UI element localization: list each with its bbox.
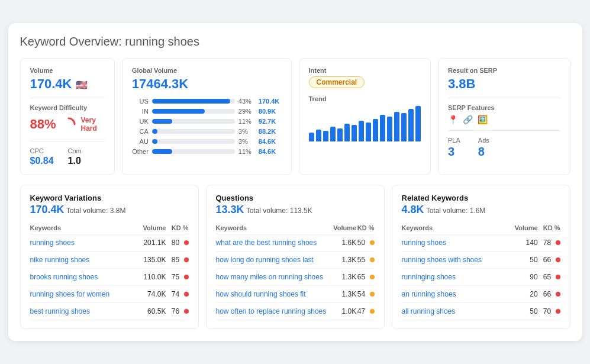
keyword-link[interactable]: runninging shoes xyxy=(402,273,456,281)
table-row: running shoes 140 78 xyxy=(402,234,560,252)
keyword-cell[interactable]: how long do running shoes last xyxy=(216,252,333,269)
kd-cell: 66 xyxy=(538,286,560,303)
kd-dot xyxy=(184,257,189,262)
keyword-highlight: running shoes xyxy=(125,35,199,48)
trend-bar xyxy=(387,117,392,141)
keyword-cell[interactable]: brooks running shoes xyxy=(30,269,136,286)
pla-ads-row: PLA 3 Ads 8 xyxy=(448,137,560,159)
volume-cell: 1.3K xyxy=(332,286,356,303)
bar-fill xyxy=(152,129,157,134)
keyword-link[interactable]: an running shoes xyxy=(402,290,456,298)
kd-dot xyxy=(184,240,189,245)
keyword-link[interactable]: best running shoes xyxy=(30,307,90,315)
kd-cell: 54 xyxy=(356,286,374,303)
bar-country: Other xyxy=(132,148,149,155)
kd-dot xyxy=(184,292,189,297)
keyword-link[interactable]: how many miles on running shoes xyxy=(216,273,323,281)
table-row: best running shoes 60.5K 76 xyxy=(30,303,189,320)
trend-bar xyxy=(394,112,399,141)
trend-bar xyxy=(366,123,371,141)
trend-bar xyxy=(415,106,421,141)
keyword-cell[interactable]: an running shoes xyxy=(402,286,508,303)
q-col-volume: Volume xyxy=(332,222,356,234)
keyword-link[interactable]: how should running shoes fit xyxy=(216,290,306,298)
bar-pct: 29% xyxy=(238,108,255,115)
trend-bar xyxy=(359,121,364,141)
trend-bar xyxy=(309,133,314,141)
keyword-cell[interactable]: best running shoes xyxy=(30,303,136,320)
bar-count: 92.7K xyxy=(259,118,276,125)
keyword-cell[interactable]: running shoes for women xyxy=(30,286,136,303)
keyword-link[interactable]: what are the best running shoes xyxy=(216,239,317,247)
bar-count: 170.4K xyxy=(259,98,279,105)
bar-count: 80.9K xyxy=(259,108,276,115)
volume-cell: 1.3K xyxy=(332,252,356,269)
keyword-link[interactable]: running shoes with shoes xyxy=(402,256,482,264)
keyword-link[interactable]: running shoes xyxy=(402,239,446,247)
kv-title: Keyword Variations xyxy=(30,194,189,202)
volume-cell: 140 xyxy=(507,234,537,252)
keyword-cell[interactable]: running shoes xyxy=(30,234,136,252)
keyword-link[interactable]: how often to replace running shoes xyxy=(216,307,327,315)
related-keywords-card: Related Keywords 4.8K Total volume: 1.6M… xyxy=(392,185,570,329)
rk-title: Related Keywords xyxy=(402,194,560,202)
bar-fill xyxy=(152,149,172,154)
bar-country: CA xyxy=(132,128,149,135)
keyword-cell[interactable]: nike running shoes xyxy=(30,252,136,269)
rk-total: Total volume: 1.6M xyxy=(426,207,486,215)
kd-cell: 66 xyxy=(538,252,560,269)
questions-card: Questions 13.3K Total volume: 113.5K Key… xyxy=(206,185,385,329)
trend-bar xyxy=(323,131,328,141)
keyword-cell[interactable]: running shoes with shoes xyxy=(402,252,508,269)
kd-dot xyxy=(370,309,375,314)
volume-cell: 50 xyxy=(507,303,537,320)
pla-block: PLA 3 xyxy=(448,137,460,159)
q-total: Total volume: 113.5K xyxy=(246,207,312,215)
volume-cell: 90 xyxy=(507,269,537,286)
volume-cell: 60.5K xyxy=(136,303,166,320)
kd-dot xyxy=(556,309,560,314)
kd-cell: 80 xyxy=(166,234,188,252)
serp-value: 3.8B xyxy=(448,76,560,92)
image-icon: 🖼️ xyxy=(478,115,488,124)
kd-cell: 78 xyxy=(538,234,560,252)
kd-cell: 75 xyxy=(166,269,188,286)
kd-cell: 65 xyxy=(538,269,560,286)
trend-bar xyxy=(352,125,357,141)
kd-cell: 65 xyxy=(356,269,374,286)
intent-label: Intent xyxy=(309,67,421,74)
trend-bar xyxy=(330,127,336,141)
link-icon: 🔗 xyxy=(463,115,473,124)
kd-cell: 50 xyxy=(356,234,374,252)
keyword-cell[interactable]: how many miles on running shoes xyxy=(216,269,333,286)
trend-label: Trend xyxy=(309,95,421,102)
volume-cell: 1.3K xyxy=(332,269,356,286)
cpc-label: CPC xyxy=(30,147,54,154)
bar-row: IN 29% 80.9K xyxy=(132,108,282,115)
keyword-cell[interactable]: runninging shoes xyxy=(402,269,508,286)
kd-cell: 70 xyxy=(538,303,560,320)
keyword-link[interactable]: running shoes for women xyxy=(30,290,110,298)
keyword-link[interactable]: brooks running shoes xyxy=(30,273,98,281)
com-label: Com xyxy=(68,147,82,154)
volume-label: Volume xyxy=(30,67,105,74)
bar-row: Other 11% 84.6K xyxy=(132,148,282,155)
table-row: all running shoes 50 70 xyxy=(402,303,560,320)
serp-features-label: SERP Features xyxy=(448,104,560,111)
keyword-link[interactable]: how long do running shoes last xyxy=(216,256,314,264)
keyword-cell[interactable]: what are the best running shoes xyxy=(216,234,333,252)
volume-cell: 201.1K xyxy=(136,234,166,252)
keyword-cell[interactable]: all running shoes xyxy=(402,303,508,320)
kv-table: Keywords Volume KD % running shoes 201.1… xyxy=(30,222,189,320)
keyword-cell[interactable]: how often to replace running shoes xyxy=(216,303,333,320)
kd-dot xyxy=(556,292,560,297)
keyword-cell[interactable]: running shoes xyxy=(402,234,508,252)
cpc-value: $0.84 xyxy=(30,156,54,166)
cpc-com-row: CPC $0.84 Com 1.0 xyxy=(30,147,105,166)
keyword-link[interactable]: nike running shoes xyxy=(30,256,90,264)
kd-gauge-icon xyxy=(61,114,76,135)
keyword-link[interactable]: all running shoes xyxy=(402,307,456,315)
title-static: Keyword Overview: xyxy=(20,35,122,48)
keyword-link[interactable]: running shoes xyxy=(30,239,75,247)
keyword-cell[interactable]: how should running shoes fit xyxy=(216,286,333,303)
